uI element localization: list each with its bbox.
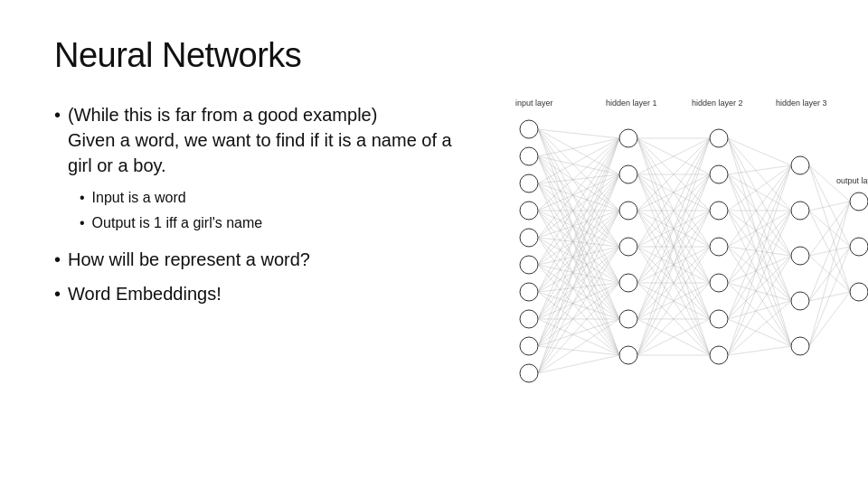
svg-line-184	[728, 165, 791, 355]
nn-diagram-section: input layer hidden layer 1 hidden layer …	[488, 93, 868, 404]
bullet-text-1: (While this is far from a good example) …	[68, 102, 470, 178]
bullet-dot-3: •	[54, 281, 61, 306]
hidden-layer-2	[710, 129, 728, 364]
svg-line-42	[538, 138, 619, 156]
svg-line-103	[538, 319, 619, 373]
bullet-dot-1: •	[54, 102, 61, 127]
svg-point-0	[520, 120, 538, 138]
svg-point-26	[791, 247, 809, 265]
svg-line-83	[538, 292, 619, 355]
svg-line-96	[538, 319, 619, 346]
svg-line-180	[728, 211, 791, 319]
svg-point-11	[619, 165, 637, 183]
svg-line-187	[728, 301, 791, 355]
svg-line-99	[538, 174, 619, 373]
svg-point-30	[850, 238, 868, 256]
svg-line-198	[809, 202, 850, 301]
svg-point-28	[791, 337, 809, 355]
slide: Neural Networks • (While this is far fro…	[0, 0, 868, 488]
svg-line-101	[538, 247, 619, 373]
nn-diagram-svg: input layer hidden layer 1 hidden layer …	[488, 93, 868, 400]
svg-line-92	[538, 174, 619, 346]
input-layer-label: input layer	[515, 99, 553, 108]
svg-point-12	[619, 202, 637, 220]
input-layer	[520, 120, 538, 382]
hidden1-label: hidden layer 1	[606, 99, 657, 108]
bullet-text-2: How will be represent a word?	[68, 247, 470, 272]
bullet-3: • Word Embeddings!	[54, 281, 470, 306]
svg-point-17	[710, 129, 728, 147]
svg-point-8	[520, 337, 538, 355]
bullet-line2: Given a word, we want to find if it is a…	[68, 130, 452, 175]
svg-line-64	[538, 174, 619, 238]
sub-bullets: • Input is a word • Output is 1 iff a gi…	[80, 187, 470, 234]
svg-point-13	[619, 238, 637, 256]
sub-bullet-dot-2: •	[80, 212, 85, 234]
svg-line-90	[538, 319, 619, 355]
svg-line-195	[809, 202, 850, 256]
svg-point-27	[791, 292, 809, 310]
svg-line-36	[538, 129, 619, 174]
svg-line-161	[728, 174, 791, 256]
connections-h1-h2	[637, 138, 710, 355]
svg-line-182	[728, 301, 791, 319]
svg-line-177	[728, 283, 791, 301]
svg-line-85	[538, 174, 619, 319]
sub-bullet-text-2: Output is 1 iff a girl's name	[92, 212, 470, 234]
svg-point-20	[710, 238, 728, 256]
hidden2-label: hidden layer 2	[692, 99, 743, 108]
text-section: • (While this is far from a good example…	[54, 102, 470, 315]
svg-line-179	[728, 165, 791, 319]
svg-line-183	[728, 319, 791, 346]
svg-point-23	[710, 346, 728, 364]
svg-line-97	[538, 346, 619, 355]
svg-point-7	[520, 310, 538, 328]
svg-line-154	[728, 138, 791, 165]
svg-point-29	[850, 192, 868, 211]
svg-line-56	[538, 138, 619, 211]
output-layer-label: output layer	[836, 176, 868, 185]
svg-line-157	[728, 138, 791, 301]
connections-h2-h3	[728, 138, 791, 355]
svg-point-4	[520, 229, 538, 247]
bullet-line1: (While this is far from a good example)	[68, 105, 377, 125]
svg-point-3	[520, 202, 538, 220]
sub-bullet-text-1: Input is a word	[92, 187, 470, 209]
bullet-1: • (While this is far from a good example…	[54, 102, 470, 178]
svg-line-80	[538, 247, 619, 292]
svg-point-31	[850, 283, 868, 301]
svg-point-19	[710, 202, 728, 220]
svg-line-44	[538, 156, 619, 211]
bullet-2: • How will be represent a word?	[54, 247, 470, 272]
svg-point-2	[520, 174, 538, 192]
svg-line-185	[728, 211, 791, 355]
svg-line-50	[538, 174, 619, 183]
svg-line-65	[538, 211, 619, 238]
svg-line-171	[728, 247, 791, 256]
svg-line-203	[809, 292, 850, 346]
svg-line-192	[809, 202, 850, 211]
svg-point-21	[710, 274, 728, 292]
svg-line-168	[728, 211, 791, 346]
sub-bullet-dot-1: •	[80, 187, 85, 209]
svg-line-166	[728, 211, 791, 256]
svg-point-16	[619, 346, 637, 364]
bullet-text-3: Word Embeddings!	[68, 281, 470, 306]
svg-line-160	[728, 174, 791, 211]
svg-line-104	[538, 355, 619, 373]
svg-line-175	[728, 211, 791, 283]
svg-point-25	[791, 202, 809, 220]
connections-input-h1	[538, 129, 619, 373]
content-area: • (While this is far from a good example…	[54, 102, 823, 404]
bullet-dot-2: •	[54, 247, 61, 272]
svg-point-5	[520, 256, 538, 274]
svg-point-22	[710, 310, 728, 328]
svg-line-87	[538, 247, 619, 319]
hidden-layer-3	[791, 156, 809, 355]
svg-point-24	[791, 156, 809, 174]
hidden-layer-1	[619, 129, 637, 364]
svg-line-201	[809, 202, 850, 346]
connections-h3-out	[809, 165, 850, 346]
svg-line-57	[538, 174, 619, 211]
svg-point-6	[520, 283, 538, 301]
